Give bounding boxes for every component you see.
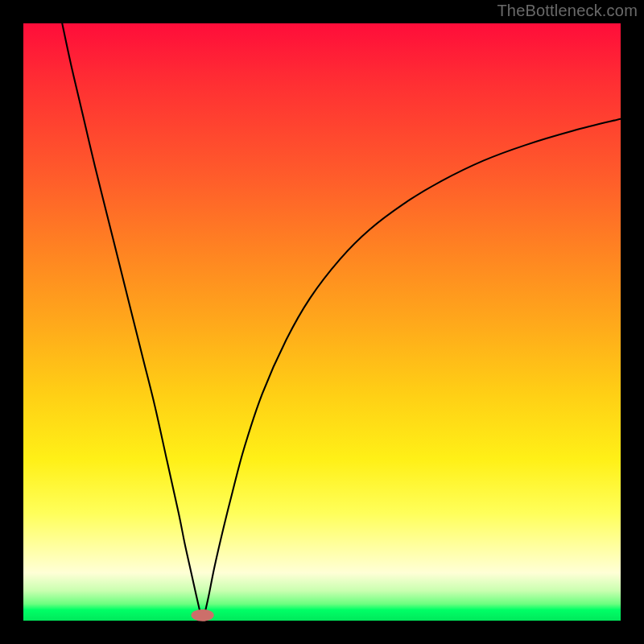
curve-left-branch <box>62 23 201 617</box>
chart-svg <box>23 23 621 621</box>
plot-area <box>23 23 621 621</box>
curve-right-branch <box>204 119 621 618</box>
minimum-marker <box>192 609 214 621</box>
chart-frame: TheBottleneck.com <box>0 0 644 644</box>
watermark-text: TheBottleneck.com <box>497 2 638 20</box>
